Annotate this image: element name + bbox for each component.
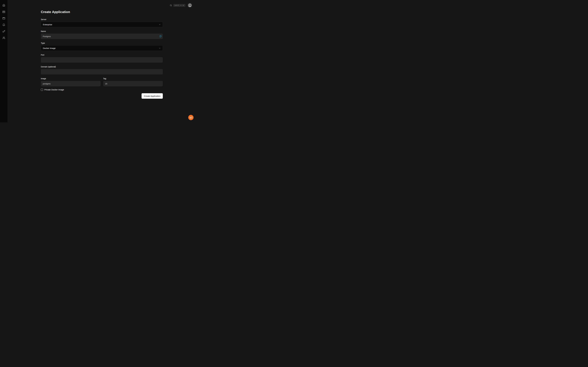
private-docker-image-row: Private Docker Image [41, 89, 163, 91]
image-field-group: Image [41, 77, 101, 86]
sidebar-item-dashboard[interactable] [2, 3, 6, 7]
name-field-group: Name [41, 30, 163, 39]
user-circle-icon [188, 4, 192, 7]
home-icon [2, 4, 5, 7]
domain-field-group: Domain (optional) [41, 66, 163, 75]
name-input[interactable] [41, 33, 163, 39]
server-field-group: Server Enterprise [41, 18, 163, 27]
header: ctrl + s [170, 3, 192, 8]
private-docker-image-label: Private Docker Image [44, 89, 64, 91]
bell-icon [2, 24, 5, 26]
image-input[interactable] [41, 81, 101, 86]
create-application-button[interactable]: Create Application [142, 93, 163, 99]
server-icon [2, 10, 5, 13]
sidebar-item-notifications[interactable] [2, 23, 6, 27]
type-label: Type [41, 42, 163, 44]
app-window-icon [2, 17, 5, 20]
server-select[interactable]: Enterprise [41, 22, 163, 27]
feedback-button[interactable] [188, 115, 194, 120]
tag-label: Tag [103, 77, 163, 80]
port-label: Port [41, 54, 163, 56]
image-label: Image [41, 77, 101, 80]
main-content: Create Application Server Enterprise Nam… [41, 0, 163, 99]
server-select-value: Enterprise [43, 23, 52, 26]
users-icon [2, 37, 5, 39]
search-icon [170, 4, 172, 6]
domain-input[interactable] [41, 69, 163, 75]
type-select[interactable]: Docker Image [41, 45, 163, 51]
sidebar-item-keys[interactable] [2, 30, 6, 33]
key-icon [2, 30, 5, 33]
image-tag-row: Image Tag [41, 77, 163, 86]
search-button[interactable]: ctrl + s [170, 4, 185, 7]
tag-field-group: Tag [103, 77, 163, 86]
sidebar-item-projects[interactable] [2, 17, 6, 20]
private-docker-image-checkbox[interactable] [41, 89, 43, 91]
form-actions: Create Application [41, 93, 163, 99]
sidebar-item-teams[interactable] [2, 36, 6, 40]
chevron-down-icon [159, 24, 161, 25]
sidebar-item-servers[interactable] [2, 10, 6, 14]
user-menu-button[interactable] [187, 3, 192, 8]
domain-label: Domain (optional) [41, 66, 163, 68]
type-field-group: Type Docker Image [41, 42, 163, 51]
search-shortcut-badge: ctrl + s [173, 4, 185, 7]
tag-input[interactable] [103, 81, 163, 86]
sidebar [0, 0, 8, 122]
chevron-down-icon [159, 47, 161, 49]
server-label: Server [41, 18, 163, 21]
port-input[interactable] [41, 57, 163, 63]
page-title: Create Application [41, 10, 163, 14]
name-label: Name [41, 30, 163, 32]
port-field-group: Port [41, 54, 163, 63]
megaphone-icon [190, 116, 192, 119]
password-manager-autofill-icon[interactable] [160, 35, 162, 38]
type-select-value: Docker Image [43, 47, 56, 49]
